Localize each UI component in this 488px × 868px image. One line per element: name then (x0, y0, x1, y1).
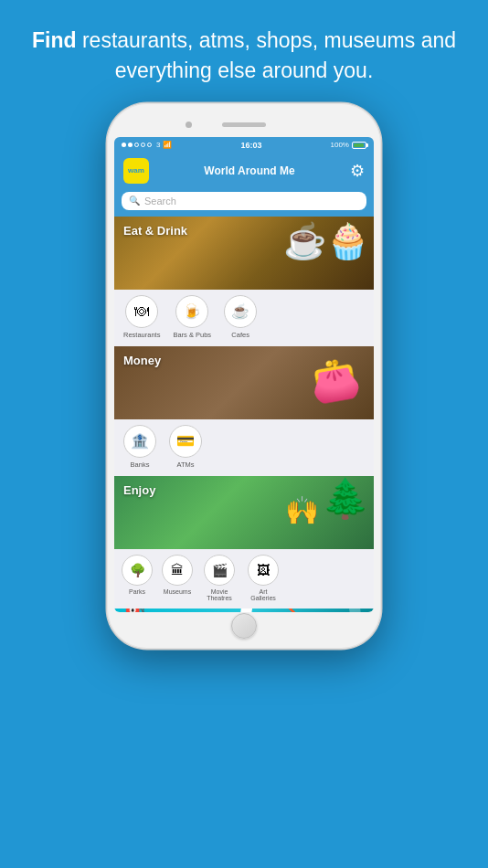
cafes-label: Cafes (231, 331, 249, 339)
app-logo[interactable]: wam (123, 158, 149, 184)
bars-pubs-icon-item[interactable]: 🍺 Bars & Pubs (173, 295, 211, 339)
restaurant-icon-circle: 🍽 (125, 295, 158, 328)
fuel-bg: Fuel E F (114, 609, 374, 612)
museums-icon-item[interactable]: 🏛 Museums (162, 555, 193, 601)
parks-icon-circle: 🌳 (122, 555, 153, 586)
search-placeholder-text: Search (144, 196, 176, 206)
eat-drink-label: Eat & Drink (123, 224, 187, 238)
gas-pump-icon: ⛽ (123, 609, 148, 612)
enjoy-bg: 🌲 🙌 Enjoy (114, 476, 374, 549)
eat-drink-bg: ☕🧁 Eat & Drink (114, 217, 374, 290)
museums-label: Museums (164, 588, 191, 595)
status-right: 100% (331, 141, 366, 149)
settings-icon[interactable]: ⚙ (350, 161, 365, 181)
banks-icon-circle: 🏦 (123, 425, 156, 458)
bars-pubs-icon-circle: 🍺 (175, 295, 208, 328)
bars-pubs-label: Bars & Pubs (173, 331, 211, 339)
carrier-label: 3 (156, 141, 160, 149)
eat-drink-icons: 🍽 Restaurants 🍺 Bars & Pubs ☕ Cafes (114, 290, 374, 346)
phone-camera (186, 122, 192, 128)
battery-icon (352, 142, 366, 149)
logo-text: wam (128, 166, 144, 175)
phone-speaker (222, 122, 266, 127)
money-label: Money (123, 354, 161, 367)
banks-icon-item[interactable]: 🏦 Banks (123, 425, 156, 469)
art-galleries-label: Art Galleries (246, 588, 281, 601)
phone-container: 3 📶 16:03 100% wam World Around Me (102, 103, 386, 868)
app-title: World Around Me (204, 164, 294, 177)
phone-screen: 3 📶 16:03 100% wam World Around Me (114, 137, 374, 612)
parks-label: Parks (129, 588, 145, 595)
wifi-icon: 📶 (163, 141, 172, 149)
money-icons: 🏦 Banks 💳 ATMs (114, 419, 374, 476)
fuel-gauge: E F (228, 609, 374, 612)
status-time: 16:03 (240, 141, 261, 150)
status-bar: 3 📶 16:03 100% (114, 137, 374, 153)
movie-theatres-icon-circle: 🎬 (204, 555, 235, 586)
svg-line-0 (260, 609, 301, 612)
phone-bottom (114, 612, 374, 640)
header-section: Find restaurants, atms, shops, museums a… (0, 0, 488, 103)
parks-icon-item[interactable]: 🌳 Parks (122, 555, 153, 601)
cafes-icon-circle: ☕ (224, 295, 257, 328)
enjoy-label: Enjoy (123, 483, 155, 497)
category-fuel: Fuel E F (114, 609, 374, 612)
signal-dots (122, 143, 152, 147)
search-bar[interactable]: 🔍 Search (122, 192, 366, 210)
gauge-svg: E F (228, 609, 374, 612)
search-icon: 🔍 (129, 196, 140, 206)
category-enjoy: 🌲 🙌 Enjoy 🌳 Parks 🏛 Museums (114, 476, 374, 609)
header-text: Find restaurants, atms, shops, museums a… (32, 26, 456, 87)
category-eat-drink: ☕🧁 Eat & Drink 🍽 Restaurants 🍺 Bars & Pu… (114, 217, 374, 346)
movie-theatres-label: Movie Theatres (202, 588, 237, 601)
banks-label: Banks (131, 460, 150, 469)
art-galleries-icon-item[interactable]: 🖼 Art Galleries (246, 555, 281, 601)
atms-label: ATMs (176, 460, 194, 469)
header-bold: Find (32, 28, 77, 52)
header-rest: restaurants, atms, shops, museums and ev… (77, 28, 456, 82)
movie-theatres-icon-item[interactable]: 🎬 Movie Theatres (202, 555, 237, 601)
home-button[interactable] (231, 613, 257, 639)
art-galleries-icon-circle: 🖼 (248, 555, 279, 586)
restaurant-icon-item[interactable]: 🍽 Restaurants (123, 295, 160, 339)
museums-icon-circle: 🏛 (162, 555, 193, 586)
cafes-icon-item[interactable]: ☕ Cafes (224, 295, 257, 339)
nav-bar: wam World Around Me ⚙ (114, 153, 374, 188)
restaurant-label: Restaurants (123, 331, 160, 339)
atms-icon-item[interactable]: 💳 ATMs (169, 425, 202, 469)
money-bg: 👛 Money (114, 346, 374, 419)
search-bar-wrapper: 🔍 Search (114, 188, 374, 217)
phone-outer: 3 📶 16:03 100% wam World Around Me (107, 103, 381, 649)
atms-icon-circle: 💳 (169, 425, 202, 458)
scroll-content: ☕🧁 Eat & Drink 🍽 Restaurants 🍺 Bars & Pu… (114, 217, 374, 612)
phone-top-decorations (114, 117, 374, 133)
enjoy-icons: 🌳 Parks 🏛 Museums 🎬 Movie Theatres (114, 549, 374, 609)
status-left: 3 📶 (122, 141, 172, 149)
battery-percent: 100% (331, 141, 349, 149)
category-money: 👛 Money 🏦 Banks 💳 ATMs (114, 346, 374, 476)
